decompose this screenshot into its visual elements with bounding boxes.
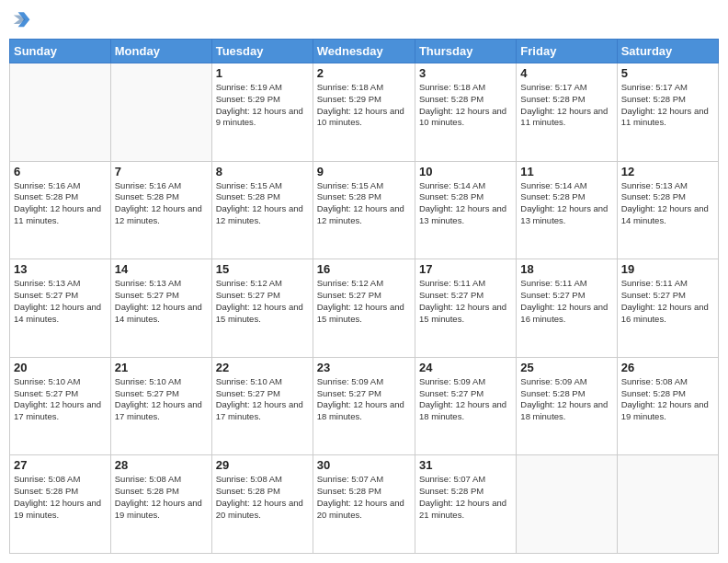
day-info: Sunrise: 5:12 AM Sunset: 5:27 PM Dayligh…: [216, 278, 309, 325]
weekday-header-friday: Friday: [517, 40, 617, 63]
calendar-cell: 23Sunrise: 5:09 AM Sunset: 5:27 PM Dayli…: [313, 357, 415, 455]
calendar-cell: [10, 63, 111, 162]
calendar-cell: 3Sunrise: 5:18 AM Sunset: 5:28 PM Daylig…: [415, 63, 516, 162]
calendar-cell: 24Sunrise: 5:09 AM Sunset: 5:27 PM Dayli…: [415, 357, 516, 455]
logo: [9, 9, 33, 31]
calendar-cell: 20Sunrise: 5:10 AM Sunset: 5:27 PM Dayli…: [10, 357, 111, 455]
day-number: 29: [216, 458, 309, 472]
weekday-header-row: SundayMondayTuesdayWednesdayThursdayFrid…: [10, 40, 719, 63]
day-info: Sunrise: 5:14 AM Sunset: 5:28 PM Dayligh…: [520, 180, 612, 227]
day-number: 30: [317, 458, 411, 472]
day-info: Sunrise: 5:12 AM Sunset: 5:27 PM Dayligh…: [317, 278, 411, 325]
day-info: Sunrise: 5:14 AM Sunset: 5:28 PM Dayligh…: [419, 180, 512, 227]
calendar-cell: 17Sunrise: 5:11 AM Sunset: 5:27 PM Dayli…: [415, 259, 516, 358]
day-number: 11: [520, 165, 612, 178]
week-row-3: 13Sunrise: 5:13 AM Sunset: 5:27 PM Dayli…: [10, 259, 719, 358]
day-info: Sunrise: 5:08 AM Sunset: 5:28 PM Dayligh…: [115, 474, 208, 521]
day-number: 19: [621, 262, 714, 276]
day-info: Sunrise: 5:07 AM Sunset: 5:28 PM Dayligh…: [419, 474, 512, 521]
day-info: Sunrise: 5:13 AM Sunset: 5:28 PM Dayligh…: [621, 180, 714, 227]
day-info: Sunrise: 5:11 AM Sunset: 5:27 PM Dayligh…: [621, 278, 714, 325]
calendar-cell: 30Sunrise: 5:07 AM Sunset: 5:28 PM Dayli…: [313, 455, 415, 554]
day-info: Sunrise: 5:13 AM Sunset: 5:27 PM Dayligh…: [115, 278, 208, 325]
calendar-cell: 5Sunrise: 5:17 AM Sunset: 5:28 PM Daylig…: [617, 63, 718, 162]
calendar-cell: 25Sunrise: 5:09 AM Sunset: 5:28 PM Dayli…: [517, 357, 617, 455]
calendar-cell: 22Sunrise: 5:10 AM Sunset: 5:27 PM Dayli…: [211, 357, 313, 455]
weekday-header-saturday: Saturday: [617, 40, 718, 63]
day-info: Sunrise: 5:08 AM Sunset: 5:28 PM Dayligh…: [621, 376, 714, 423]
day-number: 9: [317, 165, 411, 178]
day-number: 16: [317, 262, 411, 276]
day-number: 7: [115, 165, 208, 178]
calendar-cell: 4Sunrise: 5:17 AM Sunset: 5:28 PM Daylig…: [517, 63, 617, 162]
day-info: Sunrise: 5:18 AM Sunset: 5:28 PM Dayligh…: [419, 82, 512, 129]
calendar-table: SundayMondayTuesdayWednesdayThursdayFrid…: [9, 39, 719, 554]
day-info: Sunrise: 5:15 AM Sunset: 5:28 PM Dayligh…: [317, 180, 411, 227]
day-number: 6: [14, 165, 107, 178]
calendar-cell: 13Sunrise: 5:13 AM Sunset: 5:27 PM Dayli…: [10, 259, 111, 358]
calendar-cell: 10Sunrise: 5:14 AM Sunset: 5:28 PM Dayli…: [415, 161, 516, 259]
calendar-cell: 1Sunrise: 5:19 AM Sunset: 5:29 PM Daylig…: [211, 63, 313, 162]
week-row-5: 27Sunrise: 5:08 AM Sunset: 5:28 PM Dayli…: [10, 455, 719, 554]
day-info: Sunrise: 5:09 AM Sunset: 5:27 PM Dayligh…: [419, 376, 512, 423]
day-number: 23: [317, 361, 411, 374]
day-number: 21: [115, 361, 208, 374]
weekday-header-thursday: Thursday: [415, 40, 516, 63]
day-info: Sunrise: 5:09 AM Sunset: 5:27 PM Dayligh…: [317, 376, 411, 423]
weekday-header-monday: Monday: [110, 40, 211, 63]
calendar-cell: 2Sunrise: 5:18 AM Sunset: 5:29 PM Daylig…: [313, 63, 415, 162]
day-number: 18: [520, 262, 612, 276]
calendar-cell: 6Sunrise: 5:16 AM Sunset: 5:28 PM Daylig…: [10, 161, 111, 259]
day-number: 31: [419, 458, 512, 472]
day-number: 26: [621, 361, 714, 374]
day-info: Sunrise: 5:19 AM Sunset: 5:29 PM Dayligh…: [216, 82, 309, 129]
calendar-cell: 29Sunrise: 5:08 AM Sunset: 5:28 PM Dayli…: [211, 455, 313, 554]
day-info: Sunrise: 5:10 AM Sunset: 5:27 PM Dayligh…: [216, 376, 309, 423]
calendar-cell: 18Sunrise: 5:11 AM Sunset: 5:27 PM Dayli…: [517, 259, 617, 358]
calendar-cell: [110, 63, 211, 162]
calendar-cell: 15Sunrise: 5:12 AM Sunset: 5:27 PM Dayli…: [211, 259, 313, 358]
calendar-cell: 7Sunrise: 5:16 AM Sunset: 5:28 PM Daylig…: [110, 161, 211, 259]
calendar-cell: 21Sunrise: 5:10 AM Sunset: 5:27 PM Dayli…: [110, 357, 211, 455]
calendar-cell: 31Sunrise: 5:07 AM Sunset: 5:28 PM Dayli…: [415, 455, 516, 554]
day-info: Sunrise: 5:10 AM Sunset: 5:27 PM Dayligh…: [115, 376, 208, 423]
calendar-cell: 16Sunrise: 5:12 AM Sunset: 5:27 PM Dayli…: [313, 259, 415, 358]
day-number: 10: [419, 165, 512, 178]
week-row-2: 6Sunrise: 5:16 AM Sunset: 5:28 PM Daylig…: [10, 161, 719, 259]
day-number: 22: [216, 361, 309, 374]
day-info: Sunrise: 5:13 AM Sunset: 5:27 PM Dayligh…: [14, 278, 107, 325]
day-number: 12: [621, 165, 714, 178]
day-info: Sunrise: 5:15 AM Sunset: 5:28 PM Dayligh…: [216, 180, 309, 227]
page: SundayMondayTuesdayWednesdayThursdayFrid…: [0, 0, 728, 563]
weekday-header-wednesday: Wednesday: [313, 40, 415, 63]
logo-icon: [9, 9, 31, 31]
day-info: Sunrise: 5:11 AM Sunset: 5:27 PM Dayligh…: [520, 278, 612, 325]
weekday-header-sunday: Sunday: [10, 40, 111, 63]
day-number: 8: [216, 165, 309, 178]
calendar: SundayMondayTuesdayWednesdayThursdayFrid…: [9, 39, 719, 554]
day-info: Sunrise: 5:09 AM Sunset: 5:28 PM Dayligh…: [520, 376, 612, 423]
day-number: 28: [115, 458, 208, 472]
day-number: 20: [14, 361, 107, 374]
day-number: 1: [216, 66, 309, 80]
calendar-cell: 12Sunrise: 5:13 AM Sunset: 5:28 PM Dayli…: [617, 161, 718, 259]
day-number: 14: [115, 262, 208, 276]
week-row-1: 1Sunrise: 5:19 AM Sunset: 5:29 PM Daylig…: [10, 63, 719, 162]
day-info: Sunrise: 5:08 AM Sunset: 5:28 PM Dayligh…: [216, 474, 309, 521]
day-info: Sunrise: 5:17 AM Sunset: 5:28 PM Dayligh…: [621, 82, 714, 129]
day-number: 2: [317, 66, 411, 80]
calendar-cell: 19Sunrise: 5:11 AM Sunset: 5:27 PM Dayli…: [617, 259, 718, 358]
day-number: 15: [216, 262, 309, 276]
calendar-cell: 8Sunrise: 5:15 AM Sunset: 5:28 PM Daylig…: [211, 161, 313, 259]
calendar-cell: [617, 455, 718, 554]
day-number: 25: [520, 361, 612, 374]
calendar-cell: 28Sunrise: 5:08 AM Sunset: 5:28 PM Dayli…: [110, 455, 211, 554]
day-info: Sunrise: 5:18 AM Sunset: 5:29 PM Dayligh…: [317, 82, 411, 129]
day-info: Sunrise: 5:10 AM Sunset: 5:27 PM Dayligh…: [14, 376, 107, 423]
calendar-cell: [517, 455, 617, 554]
day-number: 24: [419, 361, 512, 374]
header: [9, 9, 719, 31]
calendar-cell: 11Sunrise: 5:14 AM Sunset: 5:28 PM Dayli…: [517, 161, 617, 259]
day-number: 17: [419, 262, 512, 276]
day-number: 13: [14, 262, 107, 276]
